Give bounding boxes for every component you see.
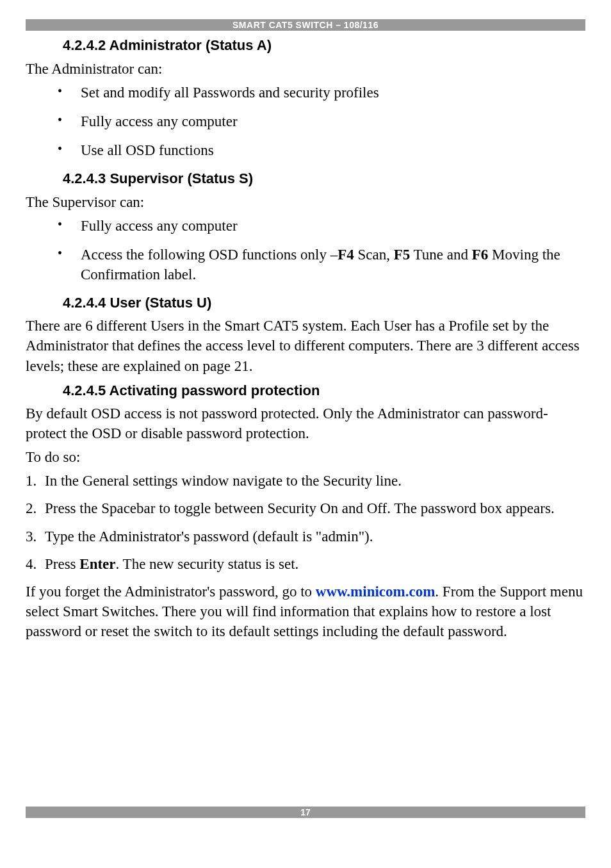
password-para1: By default OSD access is not password pr… — [26, 404, 585, 443]
header-bar: SMART CAT5 SWITCH – 108/116 — [26, 19, 585, 31]
heading-administrator: 4.2.4.2 Administrator (Status A) — [63, 36, 585, 55]
heading-user: 4.2.4.4 User (Status U) — [63, 293, 585, 313]
key-f6: F6 — [472, 247, 489, 263]
text: Press — [45, 556, 79, 572]
list-item: Set and modify all Passwords and securit… — [26, 83, 585, 102]
text: If you forget the Administrator's passwo… — [26, 584, 316, 600]
heading-supervisor: 4.2.4.3 Supervisor (Status S) — [63, 169, 585, 188]
list-item: Use all OSD functions — [26, 140, 585, 160]
step-item: Press Enter. The new security status is … — [26, 554, 585, 574]
heading-activating-password: 4.2.4.5 Activating password protection — [63, 381, 585, 400]
supervisor-intro: The Supervisor can: — [26, 192, 585, 212]
supervisor-list: Fully access any computer Access the fol… — [26, 216, 585, 284]
list-item: Fully access any computer — [26, 111, 585, 131]
step-item: Type the Administrator's password (defau… — [26, 527, 585, 546]
list-item: Access the following OSD functions only … — [26, 245, 585, 284]
text: Scan, — [354, 247, 394, 263]
minicom-link[interactable]: www.minicom.com — [316, 584, 436, 600]
step-item: Press the Spacebar to toggle between Sec… — [26, 498, 585, 518]
user-para: There are 6 different Users in the Smart… — [26, 316, 585, 375]
administrator-list: Set and modify all Passwords and securit… — [26, 83, 585, 160]
footer-bar: 17 — [26, 807, 585, 818]
key-f5: F5 — [394, 247, 411, 263]
text: . The new security status is set. — [116, 556, 299, 572]
key-f4: F4 — [338, 247, 354, 263]
administrator-intro: The Administrator can: — [26, 59, 585, 79]
step-item: In the General settings window navigate … — [26, 471, 585, 491]
todo-label: To do so: — [26, 447, 585, 467]
text: Tune and — [410, 247, 472, 263]
key-enter: Enter — [79, 556, 115, 572]
text: Access the following OSD functions only … — [81, 247, 338, 263]
page-content: 4.2.4.2 Administrator (Status A) The Adm… — [26, 36, 585, 645]
forgot-password-para: If you forget the Administrator's passwo… — [26, 582, 585, 641]
list-item: Fully access any computer — [26, 216, 585, 236]
steps-list: In the General settings window navigate … — [26, 471, 585, 573]
